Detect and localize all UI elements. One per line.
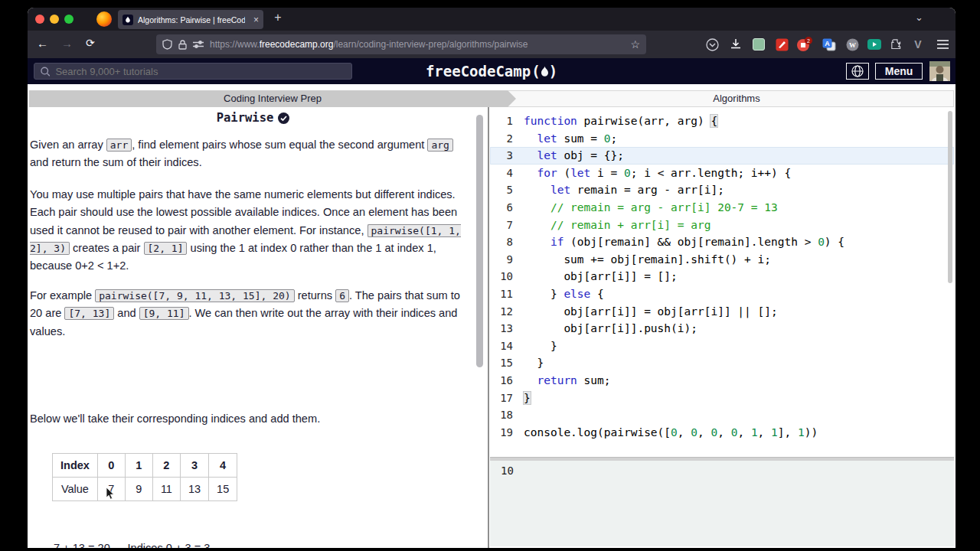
code-line[interactable]: 3 let obj = {}; — [490, 147, 954, 165]
code-line[interactable]: 9 sum += obj[remain].shift() + i; — [490, 251, 954, 269]
table-cell: Value — [53, 478, 98, 501]
lock-icon[interactable] — [178, 40, 187, 50]
code-line[interactable]: 15 } — [490, 354, 954, 372]
code-token: for — [537, 167, 557, 179]
code-line[interactable]: 10 obj[arr[i]] = []; — [490, 268, 954, 285]
pocket-icon[interactable] — [704, 36, 720, 53]
table-cell: 4 — [209, 454, 237, 478]
table-cell: 2 — [152, 454, 180, 478]
translate-icon[interactable]: A — [821, 36, 838, 53]
globe-icon — [851, 65, 864, 77]
table-cell: 1 — [125, 454, 152, 478]
minimize-window-button[interactable] — [50, 15, 59, 24]
code-line[interactable]: 8 if (obj[remain] && obj[remain].length … — [490, 233, 954, 251]
mouse-cursor — [106, 487, 116, 501]
text-run: , find element pairs whose sum equal the… — [132, 139, 427, 151]
code-token: sum = — [557, 132, 604, 145]
svg-text:A: A — [825, 40, 830, 47]
menu-button[interactable]: Menu — [875, 63, 923, 80]
extensions-puzzle-icon[interactable] — [888, 36, 905, 53]
downloads-icon[interactable] — [727, 36, 744, 53]
table-cell: 11 — [152, 478, 180, 501]
code-token: )) — [805, 426, 818, 439]
code-token: ) { — [825, 236, 844, 248]
code-token — [524, 201, 550, 214]
extension-green-icon[interactable] — [750, 36, 767, 53]
line-number: 17 — [490, 390, 513, 407]
table-cell: 3 — [180, 454, 208, 478]
equations-block: 7 + 13 = 20 → Indices 0 + 3 = 39 + 11 = … — [54, 540, 210, 548]
code-token: 1 — [771, 426, 778, 439]
code-line[interactable]: 11 } else { — [490, 285, 954, 303]
left-panel-scrollbar-thumb[interactable] — [476, 115, 483, 367]
code-token — [524, 167, 537, 179]
url-bar[interactable]: https://www.freecodecamp.org/learn/codin… — [156, 34, 646, 54]
maximize-window-button[interactable] — [64, 15, 74, 24]
paragraph-4: Below we'll take their corresponding ind… — [30, 410, 472, 428]
code-line[interactable]: 6 // remain = arg - arr[i] 20-7 = 13 — [490, 199, 954, 217]
code-token: 1 — [798, 426, 805, 439]
inline-code: arg — [427, 139, 452, 152]
text-run: and return the sum of their indices. — [30, 156, 202, 168]
inline-code: 6 — [335, 289, 349, 302]
freecodecamp-logo: freeCodeCamp( ) — [28, 58, 956, 84]
table-cell: Index — [53, 454, 98, 478]
fcc-flame-icon — [541, 66, 549, 77]
tracking-shield-icon[interactable] — [162, 39, 172, 50]
forward-button[interactable]: → — [61, 37, 73, 50]
code-line[interactable]: 5 let remain = arg - arr[i]; — [490, 181, 954, 199]
code-line[interactable]: 2 let sum = 0; — [490, 130, 954, 148]
code-token: obj[arr[i]] = obj[arr[i]] || []; — [524, 305, 778, 318]
breadcrumb-label-right: Algorithms — [519, 90, 954, 107]
table-header-row: Index01234 — [53, 454, 237, 478]
code-token: (obj[remain] && obj[remain].length > — [564, 236, 818, 248]
code-line[interactable]: 1function pairwise(arr, arg) { — [490, 112, 954, 130]
code-token: i = — [590, 167, 624, 179]
wikipedia-icon[interactable]: W — [844, 36, 861, 53]
vimium-icon[interactable]: V — [910, 36, 926, 53]
line-number: 13 — [490, 320, 513, 337]
code-line[interactable]: 19console.log(pairwise([0, 0, 0, 0, 1, 1… — [490, 424, 954, 442]
user-avatar[interactable] — [929, 61, 950, 81]
code-token: , — [758, 426, 771, 439]
code-line[interactable]: 16 return sum; — [490, 372, 954, 390]
editor-scrollbar-thumb[interactable] — [948, 111, 952, 283]
list-tabs-chevron-icon[interactable]: ⌄ — [915, 11, 923, 23]
code-token: console.log(pairwise([ — [524, 426, 671, 439]
inline-code: [2, 1] — [144, 242, 188, 255]
app-menu-hamburger-icon[interactable] — [934, 36, 951, 53]
code-token: ; — [611, 132, 618, 145]
permissions-icon[interactable] — [193, 41, 204, 48]
challenge-title: Pairwise — [29, 111, 477, 125]
bookmark-star-icon[interactable]: ☆ — [630, 38, 640, 51]
code-line[interactable]: 4 for (let i = 0; i < arr.length; i++) { — [490, 165, 954, 182]
code-line[interactable]: 13 obj[arr[i]].push(i); — [490, 320, 954, 337]
code-editor[interactable]: 1function pairwise(arr, arg) {2 let sum … — [490, 107, 954, 457]
code-line[interactable]: 17} — [490, 390, 954, 407]
close-window-button[interactable] — [35, 15, 44, 24]
line-number: 7 — [490, 217, 513, 234]
line-number: 1 — [490, 112, 513, 130]
extension-red-pen-icon[interactable] — [773, 36, 790, 53]
tab-close-icon[interactable]: × — [253, 15, 259, 25]
code-token: 0 — [671, 426, 678, 439]
code-line[interactable]: 14 } — [490, 337, 954, 355]
code-line[interactable]: 12 obj[arr[i]] = obj[arr[i]] || []; — [490, 303, 954, 321]
language-globe-button[interactable] — [846, 63, 869, 80]
code-token: if — [550, 236, 564, 248]
new-tab-button[interactable]: + — [270, 11, 286, 24]
console-output: 10 — [490, 461, 954, 546]
code-token: function — [524, 115, 577, 127]
code-token: } — [523, 391, 531, 405]
extension-badge-icon[interactable]: 2 — [796, 36, 813, 53]
back-button[interactable]: ← — [37, 37, 48, 50]
code-line[interactable]: 7 // remain + arr[i] = arg — [490, 217, 954, 234]
code-line[interactable]: 18 — [490, 406, 954, 424]
browser-tab[interactable]: Algorithms: Pairwise | freeCode × — [118, 10, 263, 29]
code-token: let — [537, 132, 557, 145]
table-cell: 0 — [97, 454, 125, 478]
inline-code: [9, 11] — [139, 307, 189, 320]
instructions-panel: Pairwise Given an array arr, find elemen… — [29, 107, 488, 548]
video-extension-icon[interactable] — [866, 36, 883, 53]
reload-button[interactable]: ⟳ — [86, 37, 95, 49]
